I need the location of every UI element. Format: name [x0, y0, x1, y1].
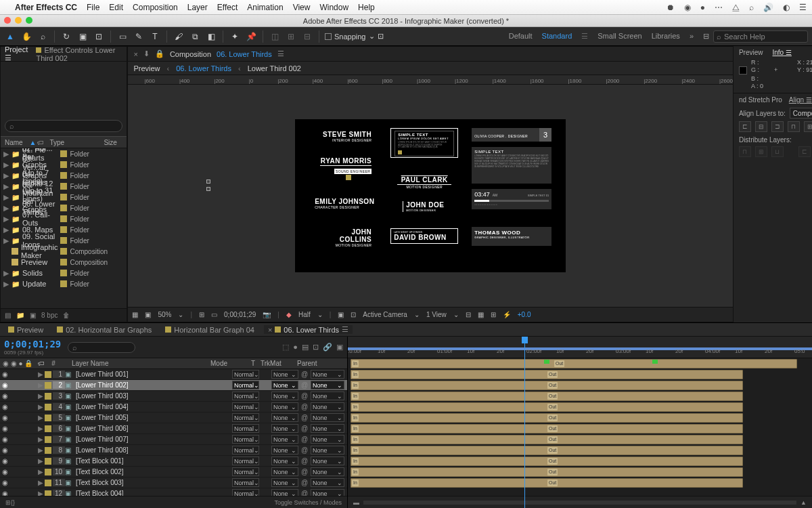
vp-render-icon[interactable]: ⚡ — [503, 311, 511, 318]
timeline-layer-row[interactable]: ◉▶5▣[Lower Third 005]Normal⌄None⌄@None⌄ — [0, 412, 347, 423]
trkmat-dropdown[interactable]: None⌄ — [271, 381, 298, 389]
snapping-toggle[interactable]: Snapping⌄⊡ — [325, 32, 384, 41]
trkmat-dropdown[interactable]: None⌄ — [271, 489, 298, 496]
visibility-icon[interactable]: ◉ — [0, 446, 9, 454]
align-target-dropdown[interactable]: Composition⌄ — [790, 108, 812, 119]
channel-icon[interactable]: ◆ — [286, 311, 292, 318]
visibility-icon[interactable]: ◉ — [0, 371, 9, 378]
list-icon[interactable]: ☰ — [799, 3, 807, 12]
trkmat-dropdown[interactable]: None⌄ — [271, 424, 298, 433]
col-size[interactable]: Size — [99, 139, 127, 146]
layer-bar[interactable]: InOut — [351, 435, 743, 444]
tl-graph-icon[interactable]: ▤ — [302, 343, 309, 352]
vp-trans-icon[interactable]: ▦ — [478, 311, 484, 318]
layer-bar[interactable]: InOut — [351, 381, 743, 390]
workspace-small[interactable]: Small Screen — [597, 32, 641, 41]
chevron-left-icon[interactable]: ‹ — [167, 64, 170, 72]
folder-icon[interactable]: 📁 — [16, 312, 24, 319]
timeline-layer-row[interactable]: ◉▶2▣[Lower Third 002]Normal⌄None⌄@None⌄ — [0, 380, 347, 391]
toggle-switches-modes[interactable]: Toggle Switches / Modes — [274, 499, 342, 506]
timeline-layer-row[interactable]: ◉▶9▣[Text Block 001]Normal⌄None⌄@None⌄ — [0, 456, 347, 467]
trkmat-dropdown[interactable]: None⌄ — [271, 391, 298, 400]
search-icon[interactable]: ⌕ — [749, 3, 754, 12]
time-display[interactable]: 0;00;01;29 — [224, 311, 256, 318]
siri-icon[interactable]: ◐ — [783, 3, 790, 12]
playhead[interactable] — [524, 337, 525, 508]
project-item[interactable]: ▶📁04. Graphs (Up to 31 Lines)Folder — [1, 181, 127, 192]
parent-dropdown[interactable]: None⌄ — [311, 446, 344, 454]
dot-icon[interactable]: ● — [700, 3, 705, 12]
pen-tool-icon[interactable]: ✎ — [133, 30, 145, 43]
visibility-icon[interactable]: ◉ — [0, 479, 9, 486]
parent-dropdown[interactable]: None⌄ — [311, 478, 344, 487]
project-item[interactable]: ▶📁08. MapsFolder — [1, 224, 127, 235]
timeline-tab[interactable]: ×06. Lower Thirds ☰ — [264, 325, 353, 334]
layer-bar[interactable]: InOut — [351, 391, 743, 401]
blend-mode-dropdown[interactable]: Normal⌄ — [232, 457, 259, 465]
snapshot-icon[interactable]: 📷 — [263, 311, 271, 318]
timeline-layer-row[interactable]: ◉▶10▣[Text Block 002]Normal⌄None⌄@None⌄ — [0, 467, 347, 478]
maximize-window-icon[interactable] — [26, 17, 32, 24]
parent-dropdown[interactable]: None⌄ — [311, 467, 344, 476]
project-item[interactable]: ▶📁SolidsFolder — [1, 268, 127, 278]
pickwhip-icon[interactable]: @ — [301, 403, 311, 410]
pickwhip-icon[interactable]: @ — [301, 414, 311, 421]
spotlight-icon[interactable]: ⋯ — [715, 3, 723, 12]
volume-icon[interactable]: 🔊 — [763, 3, 773, 12]
text-tool-icon[interactable]: T — [149, 30, 161, 43]
chevron-left-icon[interactable]: ‹ — [238, 64, 241, 72]
layer-bar[interactable]: InOut — [351, 402, 743, 412]
dist-vcenter-icon[interactable]: ⊞ — [755, 146, 767, 157]
timeline-layer-row[interactable]: ◉▶3▣[Lower Third 003]Normal⌄None⌄@None⌄ — [0, 391, 347, 402]
trkmat-dropdown[interactable]: None⌄ — [271, 370, 298, 379]
blend-mode-dropdown[interactable]: Normal⌄ — [232, 381, 259, 389]
trkmat-dropdown[interactable]: None⌄ — [271, 413, 298, 422]
roto-tool-icon[interactable]: ✦ — [229, 30, 241, 43]
trkmat-dropdown[interactable]: None⌄ — [271, 457, 298, 465]
bc-lower-thirds[interactable]: 06. Lower Thirds — [176, 64, 231, 72]
panel-menu-icon[interactable]: ⬇ — [143, 49, 150, 58]
vp-res-icon[interactable]: ▣ — [145, 311, 151, 318]
timeline-ruler[interactable]: :0.00f10f20f01:00f10f20f02:00f10f20f03:0… — [348, 337, 812, 358]
tl-blur-icon[interactable]: ● — [293, 343, 298, 352]
align-vcenter-icon[interactable]: ⊞ — [804, 121, 812, 132]
tl-chart-icon[interactable]: ▣ — [336, 343, 343, 352]
preview-tab[interactable]: Preview — [739, 49, 763, 56]
view-axis-icon[interactable]: ⊟ — [301, 30, 313, 43]
timeline-tab[interactable]: 02. Horizontal Bar Graphs — [53, 326, 156, 334]
current-timecode[interactable]: 0;00;01;29 — [4, 339, 61, 350]
dist-left-icon[interactable]: ⊏ — [798, 146, 811, 157]
visibility-icon[interactable]: ◉ — [0, 490, 9, 496]
align-hcenter-icon[interactable]: ⊟ — [755, 121, 767, 132]
eraser-tool-icon[interactable]: ◧ — [205, 30, 217, 43]
project-item[interactable]: ▶📁05. Mountain Bar GraphsFolder — [1, 192, 127, 203]
col-type[interactable]: Type — [45, 139, 99, 146]
puppet-tool-icon[interactable]: 📌 — [245, 30, 257, 43]
wifi-icon[interactable]: ⧋ — [732, 3, 740, 12]
tl-switch-icon[interactable]: ⊞ — [5, 499, 11, 506]
blend-mode-dropdown[interactable]: Normal⌄ — [232, 489, 259, 496]
hand-tool-icon[interactable]: ✋ — [20, 30, 32, 43]
workspace-libraries[interactable]: Libraries — [652, 32, 680, 41]
project-item[interactable]: ▶📁07. Call-OutsFolder — [1, 213, 127, 224]
parent-dropdown[interactable]: None⌄ — [311, 381, 344, 389]
blend-mode-dropdown[interactable]: Normal⌄ — [232, 446, 259, 454]
tl-fx-icon[interactable]: 🔗 — [323, 343, 332, 352]
project-item[interactable]: PreviewComposition — [1, 257, 127, 268]
camera-tool-icon[interactable]: ▣ — [76, 30, 89, 43]
pickwhip-icon[interactable]: @ — [301, 425, 311, 432]
parent-dropdown[interactable]: None⌄ — [311, 457, 344, 465]
workspace-default[interactable]: Default — [509, 32, 533, 41]
timeline-layer-row[interactable]: ◉▶7▣[Lower Third 007]Normal⌄None⌄@None⌄ — [0, 434, 347, 445]
vp-safe-icon[interactable]: ⊞ — [199, 311, 204, 318]
sync-settings-icon[interactable]: ⊟ — [703, 32, 709, 41]
quality-dropdown[interactable]: Half — [298, 311, 311, 318]
app-name[interactable]: After Effects CC — [15, 3, 77, 12]
layer-bar[interactable]: InOut — [351, 446, 743, 455]
parent-dropdown[interactable]: None⌄ — [311, 370, 344, 379]
align-top-icon[interactable]: ⊓ — [788, 121, 800, 132]
layer-bar[interactable]: InOut — [351, 467, 743, 477]
pan-behind-tool-icon[interactable]: ⊡ — [93, 30, 105, 43]
pickwhip-icon[interactable]: @ — [301, 479, 311, 486]
trkmat-dropdown[interactable]: None⌄ — [271, 467, 298, 476]
